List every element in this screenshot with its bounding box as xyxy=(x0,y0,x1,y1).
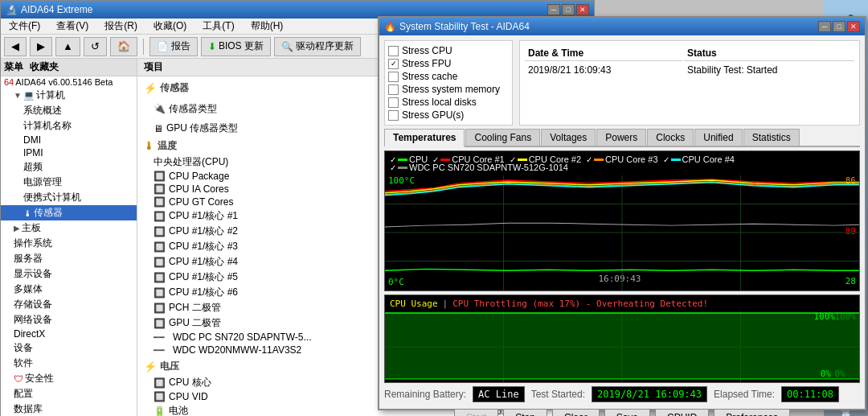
temperature-chart-svg xyxy=(385,175,859,290)
test-started-value: 2019/8/21 16:09:43 xyxy=(592,386,707,402)
maximize-button[interactable]: □ xyxy=(562,4,575,15)
sidebar-item-aida64[interactable]: 64 AIDA64 v6.00.5146 Beta xyxy=(1,76,137,88)
menu-view[interactable]: 查看(V) xyxy=(51,18,93,35)
stab-bottom-bar: Remaining Battery: AC Line Test Started:… xyxy=(384,383,860,406)
stress-disks-checkbox[interactable] xyxy=(388,97,399,108)
back-button[interactable]: ◀ xyxy=(4,37,27,56)
legend-core1: ✓ CPU Core #1 xyxy=(432,154,504,164)
tab-voltages[interactable]: Voltages xyxy=(541,129,596,146)
sidebar-item-powermgmt[interactable]: 电源管理 xyxy=(1,175,137,190)
tab-clocks[interactable]: Clocks xyxy=(647,129,694,146)
sidebar-item-computer[interactable]: ▼ 💻 计算机 xyxy=(1,88,137,103)
status-datetime: 2019/8/21 16:09:43 xyxy=(525,63,682,77)
tab-temperatures[interactable]: Temperatures xyxy=(384,129,465,147)
start-button[interactable]: Start xyxy=(454,409,498,416)
driver-update-button[interactable]: 🔍 驱动程序更新 xyxy=(274,37,361,56)
stress-cpu-checkbox[interactable] xyxy=(388,46,399,56)
tab-statistics[interactable]: Statistics xyxy=(743,129,800,146)
stab-buttons: Start Stop Clear Save CPUID Preferences xyxy=(384,406,860,416)
cpu-usage-chart-svg xyxy=(385,311,859,382)
stress-cpu-option[interactable]: Stress CPU xyxy=(388,44,509,57)
menu-help[interactable]: 帮助(H) xyxy=(246,18,289,35)
report-button[interactable]: 📄 报告 xyxy=(149,37,198,56)
sidebar-item-portable[interactable]: 便携式计算机 xyxy=(1,190,137,205)
temperature-chart: ✓ CPU ✓ CPU Core #1 ✓ CPU Core #2 xyxy=(384,150,860,291)
stress-gpu-option[interactable]: Stress GPU(s) xyxy=(388,109,509,122)
sidebar-item-security[interactable]: 🛡 安全性 xyxy=(1,371,137,386)
forward-button[interactable]: ▶ xyxy=(30,37,52,56)
stab-minimize-button[interactable]: ─ xyxy=(818,21,831,32)
status-panel: Date & Time Status 2019/8/21 16:09:43 St… xyxy=(519,40,860,126)
sidebar-item-ipmi[interactable]: IPMI xyxy=(1,146,137,159)
stress-memory-checkbox[interactable] xyxy=(388,84,399,95)
cpu-usage-legend: CPU Usage | CPU Throttling (max 17%) - O… xyxy=(385,297,859,311)
stress-gpu-checkbox[interactable] xyxy=(388,110,399,121)
minimize-button[interactable]: ─ xyxy=(547,4,560,15)
stress-cache-checkbox[interactable] xyxy=(388,72,399,82)
save-button[interactable]: Save xyxy=(604,409,650,416)
stress-cache-option[interactable]: Stress cache xyxy=(388,70,509,83)
close-button[interactable]: ✕ xyxy=(576,4,589,15)
status-text: Stability Test: Started xyxy=(684,63,854,77)
core2-icon: 🔲 xyxy=(154,226,166,237)
sidebar-item-directx[interactable]: DirectX xyxy=(1,327,137,340)
sidebar-item-network[interactable]: 网络设备 xyxy=(1,312,137,327)
sidebar-item-overview[interactable]: 系统概述 xyxy=(1,103,137,118)
stress-fpu-checkbox[interactable] xyxy=(388,59,399,69)
status-col-header: Status xyxy=(684,46,854,61)
sidebar-item-config[interactable]: 配置 xyxy=(1,386,137,402)
home-button[interactable]: 🏠 xyxy=(110,37,137,56)
stab-title-controls: ─ □ ✕ xyxy=(818,21,860,32)
sensor-type-icon: 🔌 xyxy=(154,103,166,114)
sidebar-item-motherboard[interactable]: ▶ 主板 xyxy=(1,220,137,236)
stress-disks-option[interactable]: Stress local disks xyxy=(388,96,509,109)
stress-options-panel: Stress CPU Stress FPU Stress cache Stres… xyxy=(384,40,513,126)
clear-button[interactable]: Clear xyxy=(552,409,600,416)
preferences-button[interactable]: Preferences xyxy=(714,409,790,416)
sidebar-item-devices[interactable]: 设备 xyxy=(1,340,137,356)
svg-rect-10 xyxy=(385,313,859,379)
sidebar-item-multimedia[interactable]: 多媒体 xyxy=(1,282,137,297)
sidebar-item-sensors[interactable]: 🌡 传感器 xyxy=(1,205,137,220)
sidebar-item-database[interactable]: 数据库 xyxy=(1,402,137,416)
sidebar-item-storage[interactable]: 存储设备 xyxy=(1,297,137,312)
cpuid-button[interactable]: CPUID xyxy=(655,409,709,416)
core6-icon: 🔲 xyxy=(154,287,166,299)
stab-window-icon: 🔥 xyxy=(384,21,396,32)
title-bar-left: 🔬 AIDA64 Extreme xyxy=(6,4,92,15)
tab-unified[interactable]: Unified xyxy=(694,129,742,146)
menu-favorites[interactable]: 收藏(O) xyxy=(149,18,191,35)
up-button[interactable]: ▲ xyxy=(55,37,80,56)
remaining-battery-label: Remaining Battery: xyxy=(384,389,466,400)
sidebar-item-software[interactable]: 软件 xyxy=(1,356,137,371)
usage-100-label: 100% xyxy=(814,311,836,322)
refresh-button[interactable]: ↺ xyxy=(84,37,107,56)
title-bar-controls: ─ □ ✕ xyxy=(547,4,589,15)
menu-file[interactable]: 文件(F) xyxy=(4,18,45,35)
stress-fpu-option[interactable]: Stress FPU xyxy=(388,57,509,70)
sidebar-item-server[interactable]: 服务器 xyxy=(1,251,137,266)
chart-area: ✓ CPU ✓ CPU Core #1 ✓ CPU Core #2 xyxy=(384,150,860,383)
sidebar: 菜单 收藏夹 64 AIDA64 v6.00.5146 Beta ▼ 💻 计算机… xyxy=(1,59,137,416)
chart-legend: ✓ CPU ✓ CPU Core #1 ✓ CPU Core #2 xyxy=(385,153,859,166)
core4-icon: 🔲 xyxy=(154,257,166,268)
gpu-sensor-icon: 🖥 xyxy=(154,123,163,134)
temp-section-icon: 🌡 xyxy=(144,140,154,152)
cpu-gt-icon: 🔲 xyxy=(154,196,166,208)
sidebar-item-os[interactable]: 操作系统 xyxy=(1,236,137,251)
tab-powers[interactable]: Powers xyxy=(596,129,646,146)
sidebar-item-dmi[interactable]: DMI xyxy=(1,134,137,146)
core5-icon: 🔲 xyxy=(154,272,166,283)
menu-report[interactable]: 报告(R) xyxy=(100,18,142,35)
stop-button[interactable]: Stop xyxy=(503,409,547,416)
stab-maximize-button[interactable]: □ xyxy=(833,21,845,32)
stress-memory-option[interactable]: Stress system memory xyxy=(388,83,509,96)
sidebar-item-display[interactable]: 显示设备 xyxy=(1,266,137,282)
stab-close-button[interactable]: ✕ xyxy=(847,21,860,32)
bios-update-button[interactable]: ⬇ BIOS 更新 xyxy=(201,37,271,56)
tab-cooling-fans[interactable]: Cooling Fans xyxy=(465,129,540,146)
menu-tools[interactable]: 工具(T) xyxy=(198,18,239,35)
sidebar-item-overclock[interactable]: 超频 xyxy=(1,159,137,175)
legend-core4: ✓ CPU Core #4 xyxy=(663,154,735,164)
sidebar-item-computername[interactable]: 计算机名称 xyxy=(1,118,137,134)
